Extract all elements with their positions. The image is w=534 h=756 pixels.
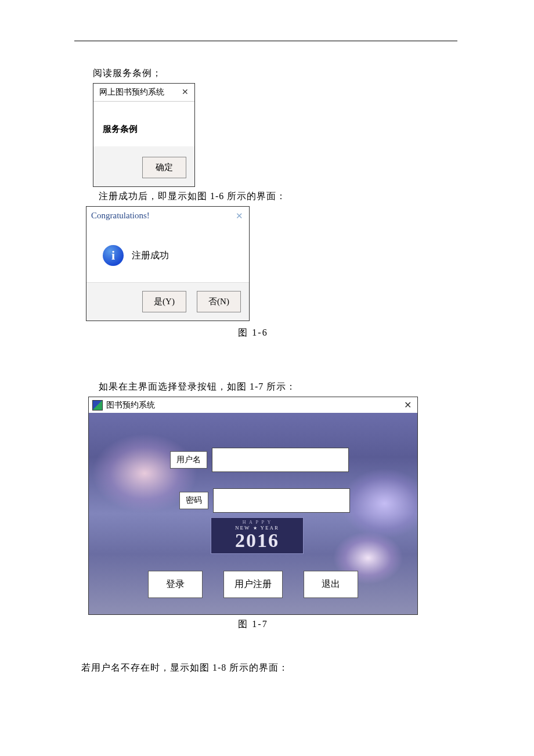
no-button[interactable]: 否(N) — [197, 291, 241, 312]
password-label: 密码 — [179, 492, 208, 509]
info-icon — [103, 245, 124, 266]
dialog-body: 注册成功 — [86, 225, 249, 282]
register-button[interactable]: 用户注册 — [223, 571, 283, 598]
login-titlebar: 图书预约系统 ✕ — [89, 397, 417, 413]
dialog-title: Congratulations! — [91, 211, 150, 221]
close-icon[interactable]: ✕ — [182, 87, 189, 98]
login-window: 图书预约系统 ✕ 用户名 密码 H A P P Y NEW ★ YEAR 201… — [88, 397, 418, 615]
login-button-row: 登录 用户注册 退出 — [89, 571, 417, 598]
exit-button[interactable]: 退出 — [304, 571, 358, 598]
figure-caption-1-6: 图 1-6 — [88, 327, 418, 339]
dialog-footer: 确定 — [93, 146, 194, 186]
dialog-titlebar: Congratulations! ✕ — [86, 207, 249, 225]
dialog-message: 注册成功 — [132, 250, 169, 262]
password-input[interactable] — [213, 488, 350, 513]
app-icon — [92, 400, 103, 411]
paragraph-login-choice: 如果在主界面选择登录按钮，如图 1-7 所示： — [99, 381, 460, 393]
congrats-dialog: Congratulations! ✕ 注册成功 是(Y) 否(N) — [86, 206, 250, 321]
password-row: 密码 — [179, 488, 350, 513]
dialog-titlebar: 网上图书预约系统 ✕ — [93, 84, 194, 102]
page-rule — [74, 41, 457, 41]
username-input[interactable] — [212, 448, 349, 472]
login-window-title: 图书预约系统 — [106, 400, 155, 411]
paragraph-read-terms: 阅读服务条例； — [93, 67, 460, 80]
close-icon[interactable]: ✕ — [404, 399, 412, 411]
year-badge: H A P P Y NEW ★ YEAR 2016 — [211, 517, 304, 554]
ok-button[interactable]: 确定 — [142, 157, 186, 178]
login-button[interactable]: 登录 — [148, 571, 203, 598]
yes-button[interactable]: 是(Y) — [142, 291, 186, 312]
login-body: 用户名 密码 H A P P Y NEW ★ YEAR 2016 登录 用户注册… — [89, 413, 417, 614]
username-label: 用户名 — [170, 451, 207, 469]
username-row: 用户名 — [170, 448, 349, 472]
dialog-footer: 是(Y) 否(N) — [86, 282, 249, 321]
service-terms-dialog: 网上图书预约系统 ✕ 服务条例 确定 — [93, 83, 195, 187]
year-top-text: H A P P Y — [211, 520, 303, 525]
paragraph-user-not-exist: 若用户名不存在时，显示如图 1-8 所示的界面： — [81, 662, 460, 674]
dialog-title: 网上图书预约系统 — [99, 87, 164, 98]
figure-caption-1-7: 图 1-7 — [88, 618, 418, 631]
year-text: 2016 — [211, 531, 303, 550]
dialog-body: 服务条例 — [93, 102, 194, 146]
close-icon[interactable]: ✕ — [236, 211, 243, 221]
paragraph-post-register: 注册成功后，即显示如图 1-6 所示的界面： — [99, 190, 460, 203]
